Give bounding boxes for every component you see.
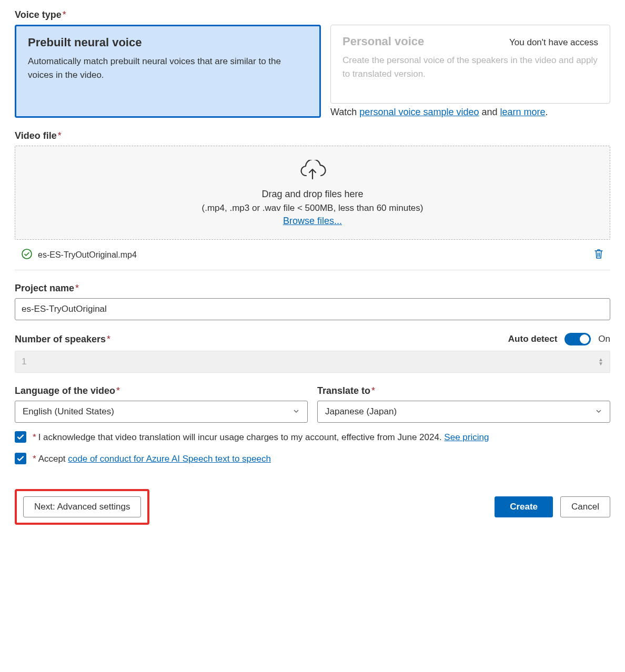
checkmark-circle-icon	[21, 248, 33, 262]
svg-point-0	[22, 249, 32, 259]
voice-card-personal-title: Personal voice	[342, 35, 424, 48]
voice-card-personal[interactable]: Personal voice You don't have access Cre…	[330, 25, 610, 104]
coc-link[interactable]: code of conduct for Azure AI Speech text…	[68, 454, 271, 464]
personal-voice-subtext: Watch personal voice sample video and le…	[330, 107, 610, 118]
cancel-button[interactable]: Cancel	[560, 496, 610, 517]
speakers-label: Number of speakers*	[15, 334, 110, 345]
voice-card-personal-noaccess: You don't have access	[509, 37, 598, 48]
translate-label: Translate to*	[317, 385, 610, 396]
chevron-down-icon: ▼	[598, 362, 603, 366]
auto-detect-toggle[interactable]	[564, 333, 591, 345]
personal-voice-learn-more-link[interactable]: learn more	[500, 107, 546, 117]
translate-select[interactable]: Japanese (Japan)	[317, 401, 610, 423]
uploaded-file-name: es-ES-TryOutOriginal.mp4	[38, 250, 137, 260]
speakers-stepper[interactable]: ▲ ▼	[598, 358, 603, 366]
project-name-label: Project name*	[15, 283, 610, 294]
ack-coc-checkbox[interactable]	[15, 453, 26, 464]
cloud-upload-icon	[298, 160, 327, 184]
video-file-dropzone[interactable]: Drag and drop files here (.mp4, .mp3 or …	[15, 146, 610, 240]
language-select[interactable]: English (United States)	[15, 401, 308, 423]
browse-files-link[interactable]: Browse files...	[283, 216, 342, 226]
create-button[interactable]: Create	[495, 496, 553, 517]
voice-card-prebuilt[interactable]: Prebuilt neural voice Automatically matc…	[15, 25, 321, 118]
dropzone-line1: Drag and drop files here	[15, 189, 610, 200]
voice-card-prebuilt-title: Prebuilt neural voice	[28, 36, 308, 49]
video-file-label: Video file*	[15, 130, 610, 141]
dropzone-line2: (.mp4, .mp3 or .wav file < 500MB, less t…	[15, 203, 610, 213]
voice-card-prebuilt-desc: Automatically match prebuilt neural voic…	[28, 55, 308, 83]
voice-type-cards: Prebuilt neural voice Automatically matc…	[15, 25, 610, 118]
trash-icon	[593, 253, 604, 261]
ack-coc-row: *Accept code of conduct for Azure AI Spe…	[15, 452, 610, 466]
personal-voice-sample-link[interactable]: personal voice sample video	[359, 107, 479, 117]
next-advanced-button[interactable]: Next: Advanced settings	[23, 496, 141, 517]
footer-row: Next: Advanced settings Create Cancel	[15, 489, 610, 525]
ack-coc-text: *Accept code of conduct for Azure AI Spe…	[32, 452, 271, 466]
ack-pricing-row: *I acknowledge that video translation wi…	[15, 430, 610, 444]
delete-file-button[interactable]	[591, 246, 606, 263]
auto-detect-label: Auto detect	[508, 334, 558, 344]
language-value: English (United States)	[23, 406, 114, 417]
uploaded-file-row: es-ES-TryOutOriginal.mp4	[15, 240, 610, 270]
ack-pricing-checkbox[interactable]	[15, 431, 26, 443]
see-pricing-link[interactable]: See pricing	[444, 432, 489, 442]
voice-card-personal-desc: Create the personal voice of the speaker…	[342, 54, 598, 82]
language-label: Language of the video*	[15, 385, 308, 396]
translate-value: Japanese (Japan)	[325, 406, 397, 417]
ack-pricing-text: *I acknowledge that video translation wi…	[32, 430, 489, 444]
chevron-down-icon	[293, 408, 300, 416]
speakers-input: 1 ▲ ▼	[15, 351, 610, 373]
project-name-input[interactable]	[15, 298, 610, 320]
chevron-down-icon	[595, 408, 602, 416]
voice-type-label: Voice type*	[15, 9, 610, 21]
toggle-state-label: On	[598, 334, 610, 344]
next-button-highlight: Next: Advanced settings	[15, 489, 149, 525]
